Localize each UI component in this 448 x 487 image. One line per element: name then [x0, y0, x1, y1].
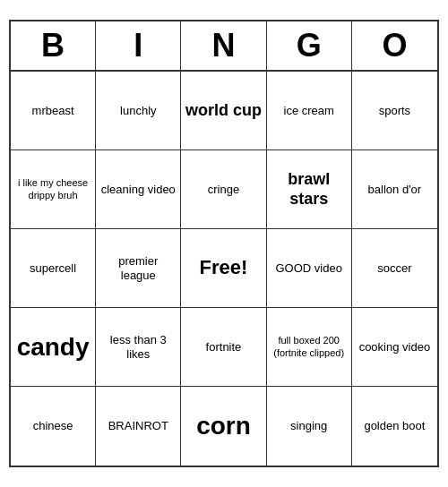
bingo-cell: supercell [11, 229, 96, 308]
bingo-cell: Free! [181, 229, 266, 308]
bingo-cell: BRAINROT [96, 387, 181, 466]
bingo-cell: full boxed 200 (fortnite clipped) [267, 308, 352, 387]
header-letter: B [11, 21, 96, 70]
bingo-cell: candy [11, 308, 96, 387]
bingo-grid: mrbeastlunchlyworld cupice creamsportsi … [11, 72, 437, 466]
bingo-cell: golden boot [352, 387, 437, 466]
header-letter: G [267, 21, 352, 70]
bingo-cell: lunchly [96, 72, 181, 150]
bingo-cell: mrbeast [11, 72, 96, 150]
bingo-cell: i like my cheese drippy bruh [11, 150, 96, 229]
bingo-cell: brawl stars [267, 150, 352, 229]
bingo-header: BINGO [11, 21, 437, 72]
bingo-cell: ballon d'or [352, 150, 437, 229]
bingo-cell: sports [352, 72, 437, 150]
bingo-cell: fortnite [181, 308, 266, 387]
bingo-cell: cooking video [352, 308, 437, 387]
bingo-card: BINGO mrbeastlunchlyworld cupice creamsp… [9, 20, 439, 467]
header-letter: I [96, 21, 181, 70]
bingo-cell: ice cream [267, 72, 352, 150]
bingo-cell: GOOD video [267, 229, 352, 308]
bingo-cell: singing [267, 387, 352, 466]
bingo-cell: world cup [181, 72, 266, 150]
header-letter: N [181, 21, 266, 70]
bingo-cell: premier league [96, 229, 181, 308]
bingo-cell: soccer [352, 229, 437, 308]
bingo-cell: less than 3 likes [96, 308, 181, 387]
bingo-cell: cleaning video [96, 150, 181, 229]
bingo-cell: corn [181, 387, 266, 466]
bingo-cell: cringe [181, 150, 266, 229]
bingo-cell: chinese [11, 387, 96, 466]
header-letter: O [352, 21, 437, 70]
